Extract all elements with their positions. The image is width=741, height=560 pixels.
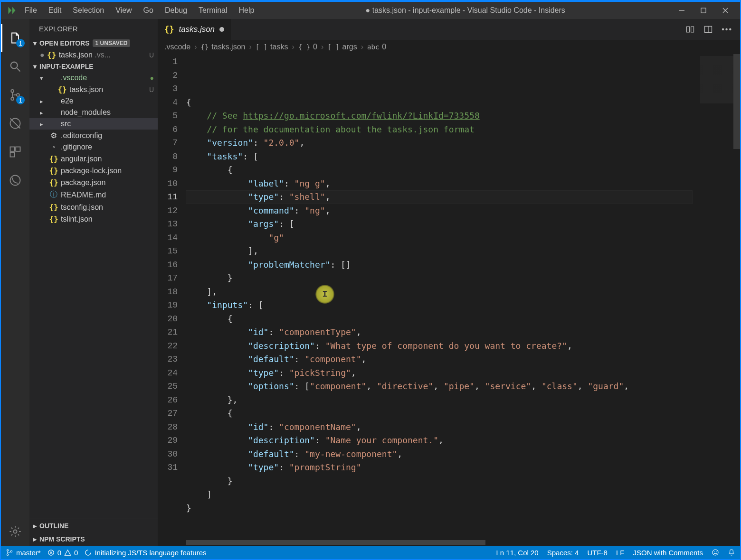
file-icon: {} [49,215,58,224]
tree-item--editorconfig[interactable]: ⚙ .editorconfig [29,130,158,141]
menu-debug[interactable]: Debug [159,3,193,18]
editor-tabs: {} tasks.json ••• [158,19,740,40]
menu-terminal[interactable]: Terminal [193,3,233,18]
close-button[interactable] [714,2,736,19]
activity-extensions[interactable] [1,138,29,166]
tree-item--gitignore[interactable]: ◦ .gitignore [29,141,158,153]
activity-search[interactable] [1,52,29,81]
split-editor-icon[interactable] [703,25,713,34]
tree-item-package-json[interactable]: {} package.json [29,177,158,188]
tree-item-angular-json[interactable]: {} angular.json [29,153,158,165]
breadcrumb-item[interactable]: [ ]args [327,43,357,51]
breadcrumb-item[interactable]: { }0 [298,43,317,51]
main-menu: FileEditSelectionViewGoDebugTerminalHelp [19,3,260,18]
svg-point-2 [11,62,18,69]
open-editor-item[interactable]: ● {} tasks.json .vs... U [29,49,158,61]
open-editors-header[interactable]: ▾ OPEN EDITORS 1 UNSAVED [29,37,158,49]
tree-label: tasks.json [69,85,103,94]
breadcrumb-item[interactable]: {}tasks.json [200,43,245,51]
menu-file[interactable]: File [19,3,43,18]
breadcrumb-separator-icon: › [249,43,251,51]
chevron-icon: ▾ [40,75,47,82]
window-title: ● tasks.json - input-example - Visual St… [260,6,671,15]
menu-go[interactable]: Go [138,3,159,18]
tree-item-README-md[interactable]: ⓘ README.md [29,188,158,201]
breadcrumb-item[interactable]: .vscode [164,43,190,51]
tree-item-src[interactable]: ▸ src [29,118,158,130]
hscrollbar-thumb[interactable] [186,540,485,545]
svg-rect-13 [691,27,694,32]
tree-item-tsconfig-json[interactable]: {} tsconfig.json [29,201,158,213]
activity-docker[interactable] [1,166,29,195]
scrollbar-thumb[interactable] [733,54,740,149]
status-feedback-icon[interactable] [712,549,719,556]
activity-debug[interactable] [1,109,29,138]
breadcrumbs[interactable]: .vscode›{}tasks.json›[ ]tasks›{ }0›[ ]ar… [158,40,740,54]
tree-item--vscode[interactable]: ▾ .vscode ● [29,72,158,84]
tree-label: README.md [61,191,106,199]
more-actions-icon[interactable]: ••• [722,25,732,34]
tree-item-tslint-json[interactable]: {} tslint.json [29,213,158,225]
minimize-button[interactable] [671,2,693,19]
breadcrumb-icon: {} [200,43,209,51]
file-icon: ⓘ [49,190,58,200]
open-editor-name: tasks.json .vs... [59,51,111,59]
open-editors-label: OPEN EDITORS [39,39,90,47]
editor-tab-tasks[interactable]: {} tasks.json [158,19,231,40]
file-icon: {} [49,154,58,163]
file-icon: ⚙ [49,131,58,140]
status-busy[interactable]: Initializing JS/TS language features [85,549,206,557]
menu-selection[interactable]: Selection [67,3,110,18]
status-encoding[interactable]: UTF-8 [587,549,608,557]
file-icon: {} [49,203,58,212]
workspace-header[interactable]: ▾ input-example [29,61,158,72]
tree-item-tasks-json[interactable]: {} tasks.json U [29,84,158,95]
tree-item-e2e[interactable]: ▸ e2e [29,95,158,107]
editor-body[interactable]: 1234567891011121314151617181920212223242… [158,54,740,539]
git-marker: ● [150,74,154,82]
npm-scripts-header[interactable]: ▸ NPM SCRIPTS [29,532,158,546]
status-git-branch[interactable]: master* [6,549,41,557]
breadcrumb-item[interactable]: [ ]tasks [256,43,288,51]
json-icon: {} [48,50,56,59]
menu-help[interactable]: Help [233,3,260,18]
line-numbers: 1234567891011121314151617181920212223242… [158,54,186,539]
tree-label: node_modules [61,108,111,117]
explorer-badge: 1 [16,39,25,47]
breadcrumb-item[interactable]: abc0 [367,43,386,51]
horizontal-scrollbar[interactable] [158,539,740,546]
svg-rect-0 [679,10,684,11]
svg-point-17 [7,554,8,555]
status-language[interactable]: JSON with Comments [633,549,703,557]
git-status: U [149,51,154,59]
git-marker: U [149,86,154,93]
status-cursor[interactable]: Ln 11, Col 20 [496,549,538,557]
maximize-button[interactable] [693,2,714,19]
svg-point-3 [11,90,14,93]
branch-name: master* [16,549,41,557]
file-icon: {} [49,178,58,187]
svg-point-11 [14,530,17,533]
tree-item-package-lock-json[interactable]: {} package-lock.json [29,165,158,177]
menu-edit[interactable]: Edit [43,3,67,18]
sidebar-title: EXPLORER [29,19,158,37]
activity-explorer[interactable]: 1 [1,24,29,52]
status-problems[interactable]: 0 0 [48,549,78,557]
minimap[interactable] [693,54,740,539]
title-bar: FileEditSelectionViewGoDebugTerminalHelp… [1,2,740,19]
code-view[interactable]: { // See https://go.microsoft.com/fwlink… [186,54,693,539]
menu-view[interactable]: View [110,3,137,18]
svg-rect-9 [10,152,15,157]
warning-count: 0 [74,549,78,557]
activity-settings[interactable] [1,517,29,546]
breadcrumb-text: args [342,43,357,51]
compare-icon[interactable] [685,25,695,34]
svg-point-16 [7,550,8,551]
status-spaces[interactable]: Spaces: 4 [547,549,579,557]
status-bell-icon[interactable] [728,549,735,556]
tree-item-node_modules[interactable]: ▸ node_modules [29,107,158,118]
tree-label: angular.json [61,155,102,163]
activity-scm[interactable]: 1 [1,81,29,109]
outline-header[interactable]: ▸ OUTLINE [29,519,158,532]
status-eol[interactable]: LF [616,549,625,557]
